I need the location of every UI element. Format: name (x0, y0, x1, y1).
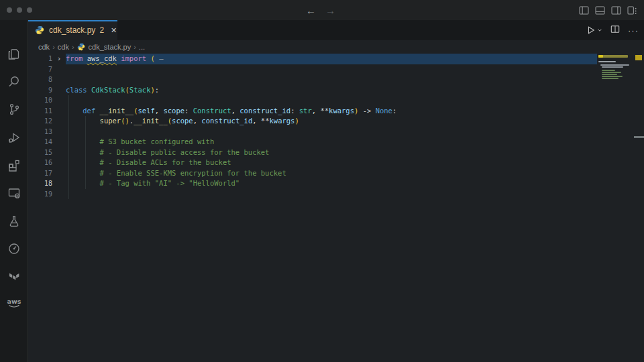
indent-guide (68, 178, 69, 189)
source-control-icon[interactable] (0, 97, 28, 121)
code-line[interactable]: 7 (28, 64, 597, 75)
code-token: scope (163, 107, 184, 115)
remote-explorer-icon[interactable] (0, 181, 28, 205)
fold-gutter (52, 127, 66, 137)
terraform-icon[interactable] (0, 265, 28, 289)
ruler-marker (635, 55, 642, 60)
breadcrumb-item-symbol[interactable]: ... (139, 43, 145, 51)
code-text: class CdkStack(Stack): (66, 85, 597, 96)
code-token: construct_id (239, 107, 290, 115)
fold-gutter (52, 85, 66, 96)
code-line[interactable]: 12 super().__init__(scope, construct_id,… (28, 116, 597, 127)
close-window-icon[interactable] (7, 7, 12, 13)
code-text (66, 95, 597, 106)
indent-guide (85, 178, 86, 189)
code-text: # S3 bucket configured with (66, 137, 597, 147)
line-number[interactable]: 18 (28, 178, 52, 189)
breadcrumb-item-file[interactable]: cdk_stack.py (89, 43, 131, 51)
testing-beaker-icon[interactable] (0, 209, 28, 233)
indent-guide (68, 168, 69, 179)
breadcrumb-item-cdk[interactable]: cdk (38, 43, 50, 51)
aws-icon[interactable]: aws (0, 292, 28, 316)
code-token (66, 117, 100, 125)
code-line[interactable]: 9class CdkStack(Stack): (28, 85, 597, 96)
overview-ruler[interactable] (634, 54, 644, 362)
fold-gutter (52, 178, 66, 189)
fold-chevron-icon[interactable]: › (52, 54, 66, 64)
code-line[interactable]: 11 def __init__(self, scope: Construct, … (28, 106, 597, 117)
fold-gutter (52, 189, 66, 200)
codewhisperer-icon[interactable] (0, 237, 28, 261)
fold-gutter (52, 64, 66, 75)
back-icon[interactable]: ← (306, 5, 316, 16)
line-number[interactable]: 7 (28, 64, 52, 75)
minimap-line (602, 66, 623, 68)
toggle-panel-icon[interactable] (595, 6, 605, 15)
minimap[interactable] (597, 54, 633, 362)
code-text: # - Enable SSE-KMS encryption for the bu… (66, 168, 597, 179)
code-line[interactable]: 16 # - Disable ACLs for the bucket (28, 158, 597, 168)
code-line[interactable]: 19 (28, 189, 597, 200)
line-number[interactable]: 9 (28, 85, 52, 96)
run-debug-icon[interactable] (0, 125, 28, 149)
line-number[interactable]: 19 (28, 189, 52, 200)
toggle-secondary-sidebar-icon[interactable] (611, 6, 621, 15)
line-number[interactable]: 8 (28, 74, 52, 85)
line-number[interactable]: 11 (28, 106, 52, 117)
code-text: def __init__(self, scope: Construct, con… (66, 106, 597, 117)
code-token: scope (172, 117, 193, 125)
line-number[interactable]: 14 (28, 137, 52, 147)
code-token: aws_cdk (87, 54, 117, 62)
code-token: super (100, 117, 121, 125)
code-token: : (290, 107, 299, 115)
code-token: ) (294, 117, 299, 125)
breadcrumb-item-cdk2[interactable]: cdk (58, 43, 69, 51)
close-tab-icon[interactable]: ✕ (111, 26, 117, 35)
tab-badge: 2 (99, 25, 104, 35)
code-token (66, 179, 100, 187)
fold-gutter (52, 106, 66, 117)
breadcrumb: cdk › cdk › cdk_stack.py › ... (28, 40, 644, 54)
code-lines: 1›from aws_cdk import ( –789class CdkSta… (28, 54, 597, 199)
customize-layout-icon[interactable] (627, 6, 637, 15)
split-editor-icon[interactable] (610, 24, 620, 36)
code-token: # - Disable ACLs for the bucket (100, 158, 231, 166)
line-number[interactable]: 17 (28, 168, 52, 179)
maximize-window-icon[interactable] (27, 7, 32, 13)
code-line[interactable]: 14 # S3 bucket configured with (28, 137, 597, 147)
code-line[interactable]: 1›from aws_cdk import ( – (28, 54, 597, 64)
code-line[interactable]: 10 (28, 95, 597, 106)
code-token: ** (320, 107, 329, 115)
code-token: () (121, 117, 129, 125)
code-line[interactable]: 8 (28, 74, 597, 85)
tab-cdk-stack-py[interactable]: cdk_stack.py 2 ✕ (28, 20, 117, 40)
code-token: str (299, 107, 312, 115)
line-number[interactable]: 12 (28, 116, 52, 127)
explorer-icon[interactable] (0, 42, 28, 66)
line-number[interactable]: 13 (28, 127, 52, 137)
line-number[interactable]: 15 (28, 147, 52, 158)
code-line[interactable]: 15 # - Disable public access for the buc… (28, 147, 597, 158)
minimize-window-icon[interactable] (17, 7, 22, 13)
minimap-line (598, 61, 616, 62)
search-icon[interactable] (0, 70, 28, 94)
code-line[interactable]: 17 # - Enable SSE-KMS encryption for the… (28, 168, 597, 179)
code-editor[interactable]: 1›from aws_cdk import ( –789class CdkSta… (28, 54, 597, 199)
line-number[interactable]: 16 (28, 158, 52, 168)
code-line[interactable]: 13 (28, 127, 597, 137)
toggle-primary-sidebar-icon[interactable] (579, 6, 589, 15)
fold-gutter (52, 116, 66, 127)
extensions-icon[interactable] (0, 154, 28, 178)
code-token: kwargs (270, 117, 295, 125)
line-number[interactable]: 1 (28, 54, 52, 64)
indent-guide (85, 147, 86, 158)
code-line[interactable]: 18 # - Tag with "AI" -> "HelloWorld" (28, 178, 597, 189)
window-controls[interactable] (0, 7, 32, 13)
run-python-file-button[interactable] (586, 25, 602, 35)
code-token: , (252, 117, 261, 125)
forward-icon[interactable]: → (325, 5, 335, 16)
code-token: ** (261, 117, 270, 125)
line-number[interactable]: 10 (28, 95, 52, 106)
more-actions-icon[interactable]: ··· (628, 25, 639, 36)
chevron-right-icon: › (72, 43, 74, 51)
